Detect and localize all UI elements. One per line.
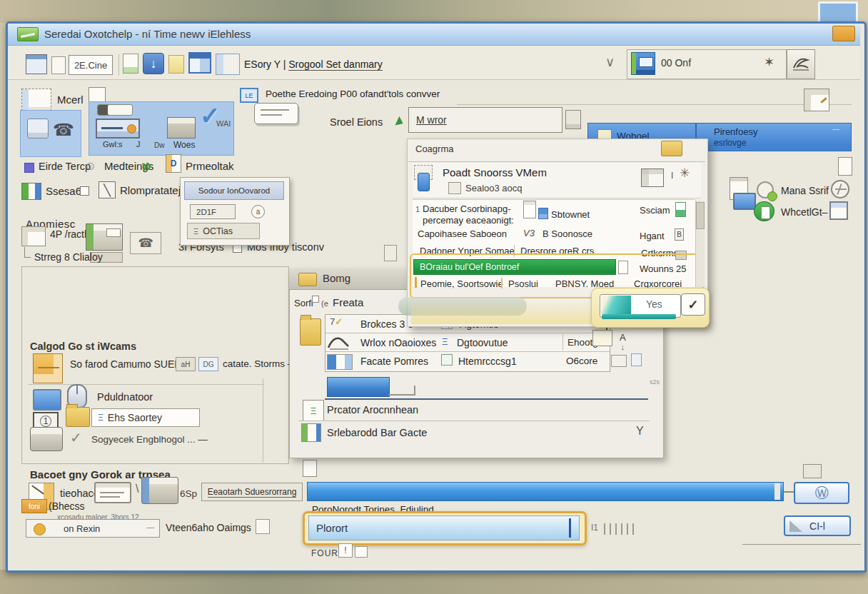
dropdown-header[interactable]: Sodour IonOovarod [184,181,284,200]
boing-big-folder-icon[interactable] [300,318,321,346]
item-eirde[interactable]: Eirde Tercp [39,161,91,172]
text-tool-icon[interactable] [96,119,140,139]
item-prmeoltak[interactable]: Prmeoltak [186,160,234,172]
window-button[interactable] [832,26,855,41]
row1-mid[interactable]: Sbtownet [551,209,590,220]
row2-left[interactable]: Capoihasee Saboeon [418,228,507,239]
item-tieohace[interactable]: tieohace [60,488,99,499]
table-window-icon[interactable] [188,52,211,74]
coagrma-scrollbar[interactable] [695,201,705,287]
blue-monitor-icon[interactable] [33,389,61,411]
mini-card-icon[interactable] [97,104,133,116]
row1-right[interactable]: Ssciam [640,205,670,216]
item-ssesa6[interactable]: Ssesa6 [46,185,81,197]
scrollbar-thumb[interactable] [696,202,705,229]
boing-a1[interactable]: Brokces 3 8 [360,318,413,330]
row1-line1[interactable]: Dacuber Csorbinapg- [423,203,511,214]
badge-2[interactable]: DG [198,357,218,371]
checkbox-1[interactable] [80,186,89,196]
row2-mid[interactable]: B Soonosce [542,228,592,239]
download-arrow-icon[interactable]: ↓ [143,53,164,74]
x-box-icon[interactable]: ╲ [99,181,116,198]
name-box[interactable]: 2E.Cine [69,55,113,75]
boing-b2[interactable]: Dgtoovutue [457,337,508,348]
coagrma-folder-icon[interactable] [661,141,682,156]
checked-doc-icon[interactable] [123,54,138,74]
boing-c3[interactable]: O6core [566,356,597,366]
four-box-1[interactable]: ! [338,543,353,558]
le-badge[interactable]: LE [240,88,258,103]
selected-row[interactable]: BOraiau bul'Oef Bontroef [413,259,616,275]
pin-star-icon[interactable]: ✶ [764,54,774,70]
send-box-icon[interactable] [611,355,627,367]
dropdown-item-2[interactable]: Ξ OCTias [187,223,260,239]
table-pencil-icon[interactable] [804,89,829,111]
sort-az-icon[interactable]: A ↓ [620,333,626,352]
new-window-icon[interactable] [26,54,47,74]
page-small-icon[interactable] [838,157,852,176]
boing-srlebarodd[interactable]: Srlebarodd Bar Gacte [327,427,427,438]
print-button[interactable] [787,49,815,79]
split-panel-icon[interactable] [216,54,240,75]
rexin-combo[interactable]: on Rexin — [26,519,160,538]
badge-1[interactable]: aH [176,357,196,371]
checkbox-c[interactable] [441,354,453,366]
printer-icon[interactable] [167,117,196,139]
oaimgs-box[interactable] [256,519,270,534]
catalog-row4[interactable]: Sogyecek Engblhogol ... — [91,434,208,445]
column-header-2[interactable]: Pirenfoesy esrlovge — [696,123,852,151]
orange-layout-icon[interactable] [33,353,63,383]
boing-c1[interactable]: Facate Pomres [360,356,428,367]
catalog-row2[interactable]: Pduldnatoor [97,391,153,403]
dropdown-item-1[interactable]: 2D1F [190,204,236,219]
boing-c2[interactable]: Htemrcccsg1 [458,356,517,367]
hg-chart-icon[interactable] [21,183,41,200]
speech-bubble-icon[interactable] [254,103,298,124]
catalog-row1[interactable]: So farod Camumo SUER: [70,358,184,370]
yes-value[interactable]: Yes [646,298,662,310]
row3-right[interactable]: Crtkcrms [641,248,678,258]
four-box-2[interactable] [355,546,368,558]
chevron-down-icon[interactable]: ∨ [605,54,615,70]
calendar-icon[interactable] [631,52,655,75]
right-item-1[interactable]: Mana Ssrif [781,185,829,196]
boing-b1[interactable]: Wrlox nOaoioxes [360,337,436,348]
row5-a[interactable]: Peomie, Soortsowie [420,278,503,289]
cil-button[interactable]: CI-l [784,515,851,536]
document-icon[interactable] [51,56,66,74]
yellow-folder-icon[interactable] [66,407,90,427]
mwror-field[interactable]: M wror [408,107,562,133]
item-strreg[interactable]: Strreg 8 Clialoy [34,251,103,263]
flag-hand-icon[interactable]: ☎ [53,120,74,140]
d-doc-icon[interactable]: D [166,154,181,173]
small-box-right[interactable] [384,245,397,261]
note-pad-icon[interactable] [592,330,612,346]
grid-view-icon[interactable] [641,168,664,187]
item-rlompratatej[interactable]: Rlompratatej [120,184,181,196]
fax-icon[interactable] [30,427,63,451]
table-small-icon[interactable] [21,226,46,246]
focused-input[interactable]: Plorort [308,515,580,540]
field-dropdown-button[interactable] [565,110,581,129]
list-box-icon[interactable] [94,482,131,503]
oaimgs-label[interactable]: Vteen6aho Oaimgs [166,522,251,533]
boxed-setting[interactable]: Eeaotarh Sduesrorrang [201,483,303,501]
confirm-check-button[interactable]: ✓ [681,293,705,316]
asterisk-icon[interactable]: ✳ [680,166,690,181]
row3-left[interactable]: Dadoner Ynper Somae [420,246,515,256]
phone-box[interactable]: ☎ [130,232,161,254]
boing-prcator[interactable]: Prcator Arocnnhean [327,404,418,416]
scanner-icon[interactable] [141,477,178,504]
green-printer-icon[interactable] [86,223,123,251]
count-value[interactable]: 00 Onf [661,57,691,69]
saortey-box[interactable]: Ξ Ehs Saortey [91,408,200,427]
row2-right[interactable]: Hgant [640,231,665,241]
row5-b[interactable]: Psoslui [508,278,538,289]
small-return-icon[interactable] [631,353,642,366]
command-text[interactable]: ESory Y | Srogool Set danmary [244,59,383,70]
row3-mid[interactable]: Dresrore oreR crs [520,246,594,256]
wheel-button[interactable]: Ⓦ [794,482,849,504]
note-icon[interactable] [168,55,184,74]
undo-box-icon[interactable] [27,119,49,139]
right-item-2[interactable]: WhcetlGt– [781,206,827,218]
